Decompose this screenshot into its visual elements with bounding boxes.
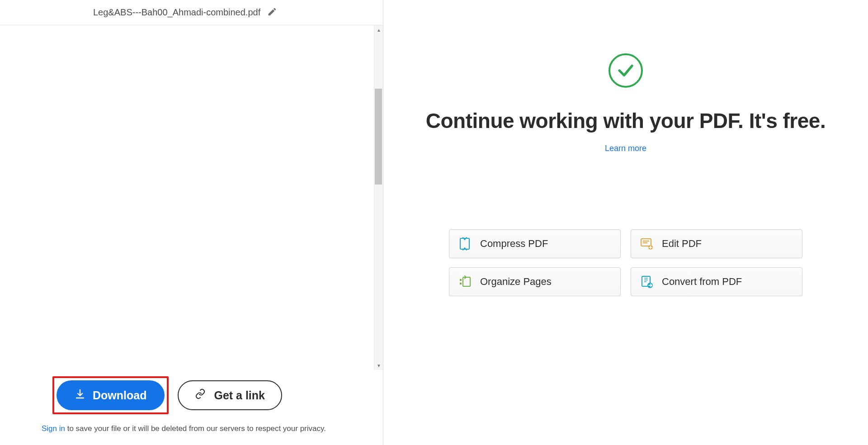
compress-pdf-button[interactable]: Compress PDF — [449, 229, 621, 258]
left-header: Leg&ABS---Bah00_Ahmadi-combined.pdf — [0, 0, 383, 25]
svg-rect-7 — [460, 283, 462, 284]
organize-icon — [458, 275, 472, 289]
download-icon — [75, 388, 85, 402]
app-root: Leg&ABS---Bah00_Ahmadi-combined.pdf ▲ ▼ — [0, 0, 868, 445]
learn-more-link[interactable]: Learn more — [605, 144, 646, 153]
pdf-preview-area[interactable]: ▲ ▼ — [0, 25, 383, 370]
right-pane: Continue working with your PDF. It's fre… — [383, 0, 868, 445]
edit-icon — [639, 237, 654, 251]
signin-rest-text: to save your file or it will be deleted … — [65, 424, 326, 433]
download-button[interactable]: Download — [57, 380, 165, 410]
success-check-icon — [609, 53, 643, 88]
success-heading: Continue working with your PDF. It's fre… — [426, 109, 826, 133]
left-pane: Leg&ABS---Bah00_Ahmadi-combined.pdf ▲ ▼ — [0, 0, 383, 445]
edit-pdf-label: Edit PDF — [662, 238, 702, 250]
download-highlight-box: Download — [52, 376, 169, 414]
tool-grid: Compress PDF Edit PDF Organize Pages Con… — [449, 229, 802, 296]
compress-icon — [458, 237, 472, 251]
signin-message: Sign in to save your file or it will be … — [0, 424, 383, 433]
scroll-up-arrow-icon[interactable]: ▲ — [374, 25, 383, 34]
filename-label: Leg&ABS---Bah00_Ahmadi-combined.pdf — [93, 7, 260, 18]
scrollbar-thumb[interactable] — [375, 89, 382, 185]
svg-rect-5 — [463, 277, 470, 286]
download-button-label: Download — [93, 389, 146, 402]
scrollbar-track[interactable]: ▲ ▼ — [374, 25, 383, 370]
get-link-button-label: Get a link — [214, 389, 265, 402]
compress-pdf-label: Compress PDF — [480, 238, 548, 250]
footer-button-row: Download Get a link — [0, 376, 383, 414]
scroll-down-arrow-icon[interactable]: ▼ — [374, 361, 383, 370]
pencil-icon — [267, 7, 277, 18]
signin-link[interactable]: Sign in — [42, 424, 65, 433]
convert-pdf-button[interactable]: Convert from PDF — [631, 267, 802, 296]
link-icon — [195, 388, 206, 402]
organize-pages-label: Organize Pages — [480, 276, 552, 288]
edit-pdf-button[interactable]: Edit PDF — [631, 229, 802, 258]
convert-icon — [639, 275, 654, 289]
success-block: Continue working with your PDF. It's fre… — [426, 53, 826, 153]
rename-button[interactable] — [267, 7, 278, 18]
left-footer: Download Get a link Sign in to save your… — [0, 370, 383, 445]
svg-rect-6 — [460, 279, 462, 281]
convert-pdf-label: Convert from PDF — [662, 276, 742, 288]
organize-pages-button[interactable]: Organize Pages — [449, 267, 621, 296]
get-link-button[interactable]: Get a link — [178, 380, 282, 410]
